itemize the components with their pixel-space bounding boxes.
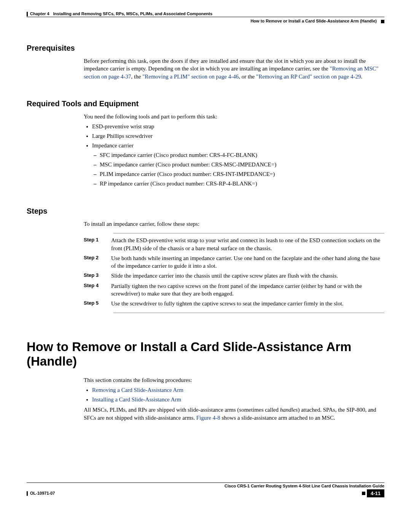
running-header: Chapter 4 Installing and Removing SFCs, …: [27, 11, 384, 25]
link-installing-arm[interactable]: Installing a Card Slide-Assistance Arm: [92, 396, 181, 403]
chapter-title: Installing and Removing SFCs, RPs, MSCs,…: [53, 11, 212, 16]
page-number: 4-11: [367, 489, 384, 497]
step-text: Slide the impedance carrier into the cha…: [111, 272, 338, 280]
page-footer: Cisco CRS-1 Carrier Routing System 4-Slo…: [27, 482, 384, 488]
link-figure-4-8[interactable]: Figure 4-8: [196, 415, 220, 421]
footer-doc-number: OL-10971-07: [27, 491, 55, 496]
steps-intro-block: To install an impedance carrier, follow …: [84, 220, 384, 228]
list-item: MSC impedance carrier (Cisco product num…: [100, 161, 384, 169]
list-item: Removing a Card Slide-Assistance Arm: [92, 386, 384, 394]
step-text: Use both hands while inserting an impeda…: [111, 254, 384, 270]
step-text: Attach the ESD-preventive wrist strap to…: [111, 236, 384, 252]
step-row: Step 1 Attach the ESD-preventive wrist s…: [111, 236, 384, 252]
main-heading: How to Remove or Install a Card Slide-As…: [27, 340, 384, 369]
step-label: Step 2: [84, 254, 111, 270]
link-removing-rp[interactable]: "Removing an RP Card" section on page 4-…: [256, 73, 361, 80]
tools-body: You need the following tools and part to…: [84, 113, 384, 188]
step-row: Step 5 Use the screwdriver to fully tigh…: [111, 300, 384, 307]
list-item: Impedance carrier SFC impedance carrier …: [92, 142, 384, 188]
step-row: Step 3 Slide the impedance carrier into …: [111, 272, 384, 280]
link-removing-arm[interactable]: Removing a Card Slide-Assistance Arm: [92, 387, 183, 393]
tools-sublist: SFC impedance carrier (Cisco product num…: [92, 151, 384, 188]
footer-guide-title: Cisco CRS-1 Carrier Routing System 4-Slo…: [27, 484, 384, 488]
steps-rule-top: [113, 233, 384, 233]
step-row: Step 4 Partially tighten the two captive…: [111, 282, 384, 298]
link-removing-plim[interactable]: "Removing a PLIM" section on page 4-46: [142, 73, 239, 80]
section-title: How to Remove or Install a Card Slide-As…: [250, 19, 377, 23]
tools-intro: You need the following tools and part to…: [84, 113, 384, 120]
prereq-paragraph: Before performing this task, open the do…: [84, 57, 384, 80]
chapter-label: Chapter 4: [30, 11, 49, 16]
steps-container: Step 1 Attach the ESD-preventive wrist s…: [84, 233, 384, 313]
italic-handles: handles: [280, 407, 298, 413]
list-item: PLIM impedance carrier (Cisco product nu…: [100, 170, 384, 178]
main-intro: This section contains the following proc…: [84, 376, 384, 384]
header-line-2: How to Remove or Install a Card Slide-As…: [27, 17, 384, 25]
steps-heading: Steps: [27, 207, 384, 216]
step-text: Use the screwdriver to fully tighten the…: [111, 300, 344, 307]
tools-list: ESD-preventive wrist strap Large Phillip…: [84, 123, 384, 188]
step-row: Step 2 Use both hands while inserting an…: [111, 254, 384, 270]
main-body: This section contains the following proc…: [84, 376, 384, 422]
procedure-links: Removing a Card Slide-Assistance Arm Ins…: [84, 386, 384, 404]
footer-square-icon: [362, 492, 365, 495]
steps-rule-bottom: [113, 313, 384, 313]
prerequisites-heading: Prerequisites: [27, 44, 384, 53]
header-line-1: Chapter 4 Installing and Removing SFCs, …: [27, 11, 384, 17]
header-square-icon: [381, 20, 384, 23]
list-item: RP impedance carrier (Cisco product numb…: [100, 180, 384, 188]
list-item: Installing a Card Slide-Assistance Arm: [92, 396, 384, 404]
list-item: SFC impedance carrier (Cisco product num…: [100, 151, 384, 159]
prerequisites-body: Before performing this task, open the do…: [84, 57, 384, 80]
step-label: Step 5: [84, 300, 111, 307]
steps-intro: To install an impedance carrier, follow …: [84, 220, 384, 228]
step-label: Step 3: [84, 272, 111, 280]
step-text: Partially tighten the two captive screws…: [111, 282, 384, 298]
step-label: Step 1: [84, 236, 111, 252]
page-footer-bottom: OL-10971-07 4-11: [27, 489, 384, 497]
main-paragraph: All MSCs, PLIMs, and RPs are shipped wit…: [84, 406, 384, 422]
list-item: Large Phillips screwdriver: [92, 132, 384, 140]
list-item: ESD-preventive wrist strap: [92, 123, 384, 131]
step-label: Step 4: [84, 282, 111, 298]
tools-heading: Required Tools and Equipment: [27, 99, 384, 108]
